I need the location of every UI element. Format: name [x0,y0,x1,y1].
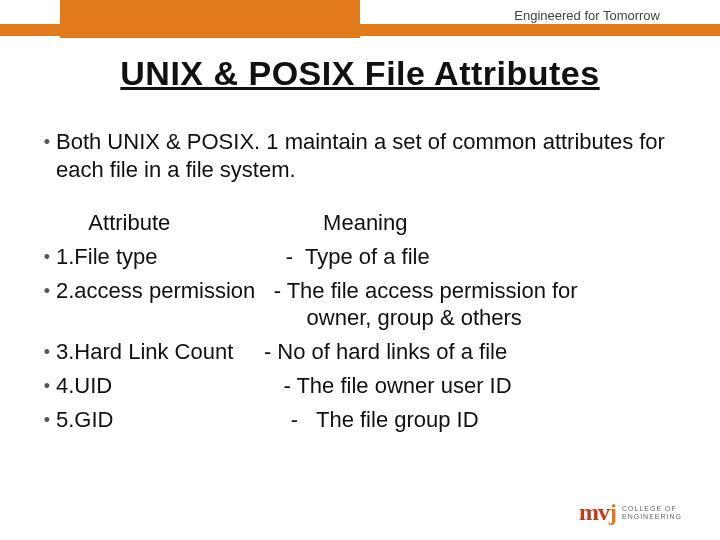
list-item: • 3.Hard Link Count - No of hard links o… [38,338,682,366]
bullet-icon: • [38,128,56,183]
bullet-icon: • [38,243,56,271]
list-item: • 2.access permission - The file access … [38,277,682,332]
bullet-icon: • [38,338,56,366]
bullet-icon: • [38,372,56,400]
tagline: Engineered for Tomorrow [514,8,660,23]
list-item: • 1.File type - Type of a file [38,243,682,271]
attribute-list: • 1.File type - Type of a file • 2.acces… [38,243,682,434]
list-item-text: 2.access permission - The file access pe… [56,277,682,332]
list-item: • 5.GID - The file group ID [38,406,682,434]
logo-text: COLLEGE OF ENGINEERING [622,505,688,520]
list-item-text: 5.GID - The file group ID [56,406,682,434]
list-item-text: 4.UID - The file owner user ID [56,372,682,400]
list-item-text: 3.Hard Link Count - No of hard links of … [56,338,682,366]
list-item-text: 1.File type - Type of a file [56,243,682,271]
intro-bullet: • Both UNIX & POSIX. 1 maintain a set of… [38,128,682,183]
slide: Engineered for Tomorrow UNIX & POSIX Fil… [0,0,720,540]
intro-text: Both UNIX & POSIX. 1 maintain a set of c… [56,128,682,183]
bullet-icon: • [38,277,56,332]
bullet-icon: • [38,406,56,434]
logo-mark-left: mv [579,499,609,525]
logo-mark: mvj [579,499,616,526]
footer-logo: mvj COLLEGE OF ENGINEERING [579,499,688,526]
column-header: Attribute Meaning [70,209,682,237]
logo-mark-right: j [609,499,616,525]
list-item: • 4.UID - The file owner user ID [38,372,682,400]
content-body: • Both UNIX & POSIX. 1 maintain a set of… [38,128,682,440]
header-tab [60,0,360,38]
page-title: UNIX & POSIX File Attributes [0,54,720,93]
